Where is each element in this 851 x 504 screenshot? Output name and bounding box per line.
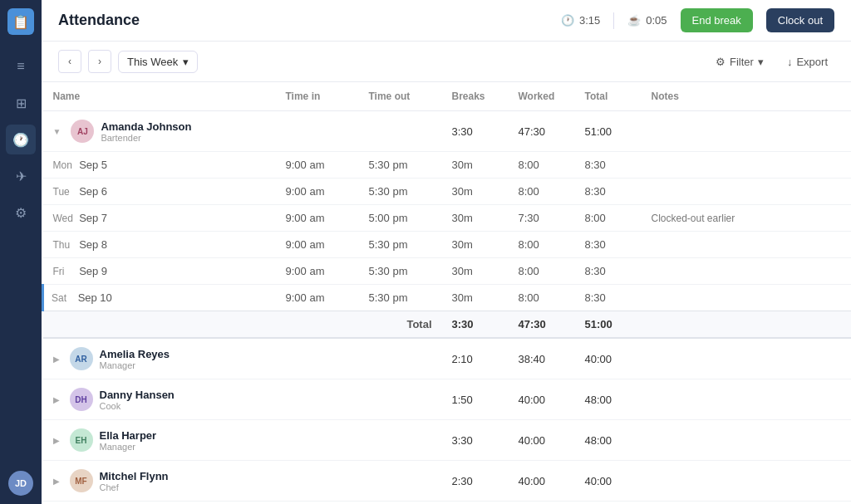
app-logo[interactable]: 📋 (7, 8, 34, 35)
page-title: Attendance (58, 12, 548, 29)
filter-icon: ⚙ (716, 56, 726, 68)
sidebar: 📋 ≡ ⊞ 🕐 ✈ ⚙ JD (0, 0, 42, 504)
col-total: Total (575, 82, 642, 111)
plane-icon: ✈ (16, 169, 27, 184)
employee-role: Bartender (101, 133, 191, 143)
total-total: 51:00 (575, 311, 642, 339)
col-name: Name (43, 82, 276, 111)
total-worked: 47:30 (509, 311, 575, 339)
employee-role: Chef (100, 482, 169, 492)
day-row-thu: Thu Sep 8 9:00 am 5:30 pm 30m 8:00 8:30 (43, 232, 852, 258)
main-content: Attendance 🕐 3:15 ☕ 0:05 End break Clock… (42, 0, 851, 504)
work-timer: 🕐 3:15 (561, 14, 600, 27)
expand-icon-amelia[interactable]: ▶ (53, 355, 60, 364)
sidebar-item-settings[interactable]: ⚙ (6, 198, 36, 228)
employee-name: Amelia Reyes (100, 348, 170, 360)
total-label: Total (359, 311, 442, 339)
timer-icon: 🕐 (561, 14, 574, 27)
week-label: This Week (127, 56, 178, 68)
attendance-table-container: Name Time in Time out Breaks Worked Tota… (42, 82, 851, 504)
emp-breaks: 3:30 (442, 111, 509, 152)
col-worked: Worked (509, 82, 575, 111)
break-timer: ☕ 0:05 (627, 14, 667, 27)
total-breaks: 3:30 (442, 311, 509, 339)
sidebar-item-clock[interactable]: 🕐 (6, 125, 36, 154)
toolbar-actions: ⚙ Filter ▾ ↓ Export (709, 51, 834, 72)
toolbar: ‹ › This Week ▾ ⚙ Filter ▾ ↓ Export (42, 42, 851, 82)
col-breaks: Breaks (442, 82, 509, 111)
attendance-table: Name Time in Time out Breaks Worked Tota… (42, 82, 851, 504)
clock-out-button[interactable]: Clock out (766, 8, 834, 32)
amanda-total-row: Total 3:30 47:30 51:00 (43, 311, 852, 339)
avatar-danny: DH (70, 388, 93, 411)
day-row-mon: Mon Sep 5 9:00 am 5:30 pm 30m 8:00 8:30 (43, 152, 852, 179)
employee-row-amanda[interactable]: ▼ AJ Amanda Johnson Bartender 3:30 47:30… (43, 111, 852, 152)
emp-total: 51:00 (575, 111, 642, 152)
avatar-amelia: AR (70, 347, 93, 370)
header-divider (613, 12, 614, 29)
avatar-ella: EH (70, 428, 93, 452)
employee-name: Amanda Johnson (101, 120, 191, 133)
filter-button[interactable]: ⚙ Filter ▾ (709, 51, 770, 72)
col-notes: Notes (642, 82, 852, 111)
collapse-icon[interactable]: ▼ (53, 127, 61, 136)
expand-icon-ella[interactable]: ▶ (53, 436, 60, 445)
col-time-out: Time out (359, 82, 442, 111)
header: Attendance 🕐 3:15 ☕ 0:05 End break Clock… (42, 0, 851, 42)
day-row-sat: Sat Sep 10 9:00 am 5:30 pm 30m 8:00 8:30 (43, 285, 852, 311)
employee-role: Manager (100, 360, 170, 370)
chevron-down-icon: ▾ (183, 56, 189, 68)
avatar-amanda: AJ (71, 120, 94, 143)
day-row-wed: Wed Sep 7 9:00 am 5:00 pm 30m 7:30 8:00 … (43, 205, 852, 232)
timer-value: 3:15 (579, 14, 600, 27)
emp-worked: 47:30 (509, 111, 575, 152)
employee-name: Mitchel Flynn (100, 470, 169, 482)
expand-icon-danny[interactable]: ▶ (53, 395, 60, 404)
employee-row-samanta[interactable]: ▶ SA Samanta Atherton Sous-Chef 4:15 40:… (43, 502, 852, 505)
clock-icon: 🕐 (12, 132, 29, 148)
day-row-fri: Fri Sep 9 9:00 am 5:30 pm 30m 8:00 8:30 (43, 258, 852, 285)
employee-name: Danny Hansen (100, 389, 175, 401)
home-icon: ⊞ (16, 95, 27, 111)
employee-name: Ella Harper (100, 429, 157, 442)
sidebar-item-home[interactable]: ⊞ (6, 88, 36, 118)
prev-week-button[interactable]: ‹ (58, 50, 81, 73)
logo-icon: 📋 (12, 14, 29, 30)
sidebar-item-menu[interactable]: ≡ (6, 51, 36, 81)
day-row-tue: Tue Sep 6 9:00 am 5:30 pm 30m 8:00 8:30 (43, 179, 852, 205)
break-value: 0:05 (646, 14, 667, 27)
sidebar-item-travel[interactable]: ✈ (6, 161, 36, 191)
export-button[interactable]: ↓ Export (780, 51, 834, 72)
avatar-mitchel: MF (70, 469, 93, 492)
employee-row-ella[interactable]: ▶ EH Ella Harper Manager 3:30 40:00 48:0… (43, 420, 852, 461)
employee-role: Manager (100, 442, 157, 452)
export-icon: ↓ (787, 56, 793, 68)
filter-chevron-icon: ▾ (758, 56, 764, 68)
user-avatar[interactable]: JD (8, 471, 33, 496)
employee-row-mitchel[interactable]: ▶ MF Mitchel Flynn Chef 2:30 40:00 40:00 (43, 461, 852, 502)
break-icon: ☕ (627, 14, 641, 27)
employee-row-amelia[interactable]: ▶ AR Amelia Reyes Manager 2:10 38:40 40:… (43, 338, 852, 379)
employee-row-danny[interactable]: ▶ DH Danny Hansen Cook 1:50 40:00 48:00 (43, 379, 852, 420)
week-selector[interactable]: This Week ▾ (118, 51, 198, 73)
menu-icon: ≡ (17, 59, 24, 74)
employee-role: Cook (100, 401, 175, 411)
expand-icon-mitchel[interactable]: ▶ (53, 477, 60, 486)
table-header-row: Name Time in Time out Breaks Worked Tota… (43, 82, 852, 111)
end-break-button[interactable]: End break (681, 8, 753, 32)
next-week-button[interactable]: › (88, 50, 111, 73)
col-time-in: Time in (276, 82, 359, 111)
gear-icon: ⚙ (15, 205, 27, 221)
